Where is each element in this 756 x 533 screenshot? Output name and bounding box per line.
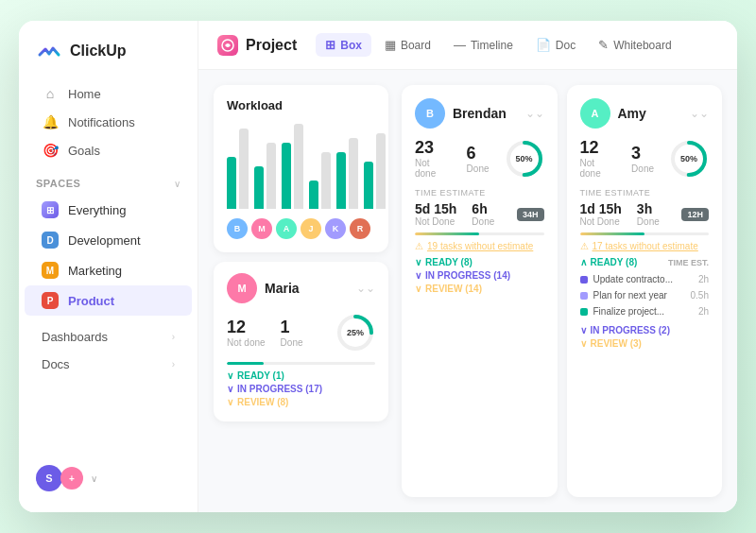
brendan-done-stat: 6 Done	[467, 144, 490, 174]
product-label: Product	[68, 294, 114, 308]
nav-goals[interactable]: 🎯 Goals	[25, 136, 192, 164]
tab-whiteboard[interactable]: ✎ Whiteboard	[589, 33, 680, 57]
brendan-ready-label: READY (8)	[425, 257, 472, 267]
sidebar-section2: Dashboards › Docs ›	[19, 323, 198, 378]
amy-not-done-num: 12	[580, 138, 617, 158]
brendan-ready-tag[interactable]: ∨ READY (8)	[415, 257, 544, 267]
maria-progress-tag[interactable]: ∨ IN PROGRESS (17)	[227, 384, 375, 394]
nav-goals-label: Goals	[68, 144, 100, 158]
amy-progress-circle: 50%	[669, 139, 709, 179]
tab-timeline[interactable]: — Timeline	[444, 33, 523, 57]
whiteboard-icon: ✎	[598, 38, 609, 52]
workload-avatar-j: J	[301, 218, 321, 239]
amy-not-done-label: Not done	[580, 158, 617, 179]
bell-icon: 🔔	[42, 114, 59, 129]
brendan-stats: 23 Not done 6 Done 50%	[415, 138, 544, 179]
task-item-2: Plan for next year 0.5h	[580, 287, 710, 303]
bar-gray-5	[349, 138, 358, 209]
ready-chevron-icon-a: ∧	[580, 257, 587, 267]
nav-docs[interactable]: Docs ›	[25, 351, 192, 378]
review-chevron-icon-b: ∨	[415, 284, 421, 294]
brendan-expand-icon[interactable]: ⌄⌄	[525, 107, 544, 120]
progress-chevron-icon: ∨	[227, 384, 233, 394]
amy-ready-label: READY (8)	[591, 257, 638, 267]
tab-whiteboard-label: Whiteboard	[613, 39, 671, 52]
workload-avatar-r: R	[350, 218, 370, 239]
maria-done-stat: 1 Done	[281, 318, 303, 348]
bar-group-3	[282, 124, 303, 209]
amy-time-not-done: 1d 15h Not Done	[580, 201, 622, 227]
spaces-label: Spaces	[36, 178, 80, 189]
task-label-2: Plan for next year	[593, 290, 667, 301]
maria-ready-label: READY (1)	[237, 370, 284, 381]
sidebar-item-development[interactable]: D Development	[25, 225, 192, 255]
brendan-time-sublabel-1: Not Done	[415, 216, 456, 227]
tab-doc[interactable]: 📄 Doc	[526, 33, 585, 57]
amy-review-tag[interactable]: ∨ REVIEW (3)	[580, 338, 710, 349]
brendan-time-row: 5d 15h Not Done 6h Done 34H	[415, 201, 544, 227]
amy-progress-tag[interactable]: ∨ IN PROGRESS (2)	[580, 325, 710, 335]
maria-not-done-label: Not done	[227, 337, 266, 348]
nav-home[interactable]: ⌂ Home	[25, 79, 192, 108]
task-name-row-2: Plan for next year	[580, 290, 691, 301]
sidebar-item-marketing[interactable]: M Marketing	[25, 255, 192, 285]
task-dot-3	[580, 308, 588, 316]
brendan-name: Brendan	[453, 106, 507, 121]
task-label-3: Finalize project...	[593, 306, 665, 317]
nav-dashboards[interactable]: Dashboards ›	[25, 323, 192, 351]
brendan-progress-text: 50%	[515, 154, 532, 163]
amy-time-row: 1d 15h Not Done 3h Done 12H	[580, 201, 710, 227]
bar-green-1	[227, 157, 236, 209]
warning-icon: ⚠	[415, 241, 423, 251]
brendan-review-tag[interactable]: ∨ REVIEW (14)	[415, 284, 544, 294]
nav-notifications[interactable]: 🔔 Notifications	[25, 108, 192, 136]
user-avatar-2[interactable]: +	[60, 467, 83, 490]
amy-stats: 12 Not done 3 Done 50%	[580, 138, 710, 179]
maria-not-done-num: 12	[227, 318, 266, 337]
clickup-logo-icon	[36, 38, 62, 64]
marketing-icon: M	[42, 262, 59, 279]
maria-expand-icon[interactable]: ⌄⌄	[356, 282, 375, 295]
workload-title: Workload	[227, 98, 375, 112]
bar-green-5	[336, 152, 346, 209]
brendan-not-done-label: Not done	[415, 158, 452, 179]
tab-board[interactable]: ▦ Board	[375, 33, 440, 57]
tab-box[interactable]: ⊞ Box	[316, 33, 371, 57]
brendan-not-done-stat: 23 Not done	[415, 138, 452, 179]
dashboards-chevron-icon: ›	[172, 332, 175, 342]
amy-warning-text: 17 tasks without estimate	[593, 241, 698, 251]
box-icon: ⊞	[325, 38, 335, 52]
amy-ready-tag[interactable]: ∧ READY (8)	[580, 257, 638, 267]
maria-review-tag[interactable]: ∨ REVIEW (8)	[227, 397, 375, 407]
brendan-progress-circle: 50%	[505, 139, 544, 179]
brendan-bar-fill	[415, 232, 479, 235]
amy-time-label: TIME ESTIMATE	[580, 188, 710, 198]
bar-gray-3	[294, 124, 303, 209]
maria-card: M Maria ⌄⌄ 12 Not done 1 Done	[214, 262, 388, 421]
progress-chevron-icon-a: ∨	[580, 325, 587, 335]
maria-stats: 12 Not done 1 Done 25%	[227, 313, 375, 352]
task-time-2: 0.5h	[691, 290, 709, 301]
review-chevron-icon: ∨	[227, 397, 233, 407]
sidebar-item-product[interactable]: P Product	[25, 285, 192, 316]
amy-time-sublabel-1: Not Done	[580, 216, 622, 227]
user-avatar[interactable]: S	[36, 465, 62, 491]
tab-bar: ⊞ Box ▦ Board — Timeline 📄 Doc ✎ Whit	[316, 33, 718, 57]
amy-expand-icon[interactable]: ⌄⌄	[690, 107, 709, 120]
amy-done-stat: 3 Done	[631, 144, 654, 174]
workload-chart	[227, 124, 375, 209]
amy-ready-header: ∧ READY (8) TIME EST.	[580, 257, 710, 267]
sidebar-item-everything[interactable]: ⊞ Everything	[25, 195, 192, 225]
tab-board-label: Board	[401, 39, 431, 52]
maria-done-label: Done	[281, 337, 303, 348]
maria-ready-tag[interactable]: ∨ READY (1)	[227, 370, 375, 381]
tab-box-label: Box	[340, 39, 362, 52]
bar-group-1	[227, 129, 249, 209]
everything-icon: ⊞	[42, 201, 59, 218]
bar-green-6	[364, 162, 373, 209]
brendan-progress-tag[interactable]: ∨ IN PROGRESS (14)	[415, 270, 544, 281]
spaces-chevron-icon[interactable]: ∨	[174, 179, 180, 189]
user-chevron-icon: ∨	[91, 473, 97, 484]
maria-review-label: REVIEW (8)	[237, 397, 288, 407]
amy-progress-text: 50%	[680, 154, 697, 163]
